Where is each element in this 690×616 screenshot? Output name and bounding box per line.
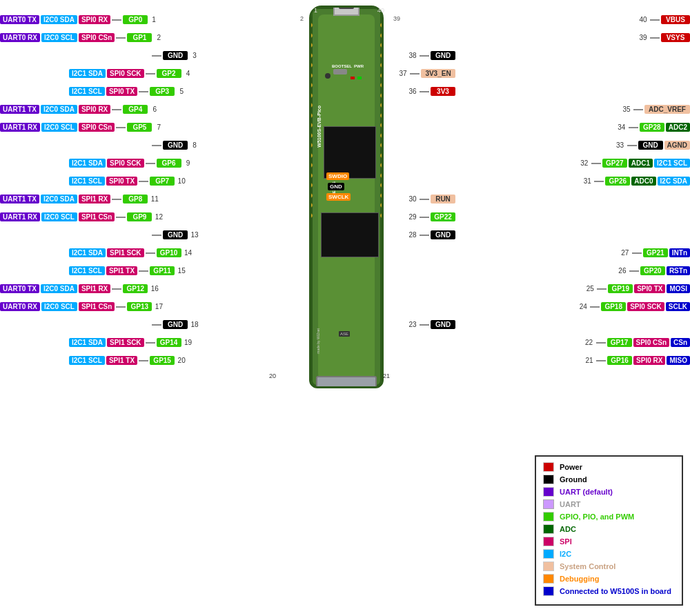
- pin21-miso: MISO: [667, 356, 690, 365]
- pin-row-11: UART1 TX I2C0 SDA SPI1 RX GP8 11: [0, 195, 160, 203]
- legend-item-power: Power: [543, 462, 675, 472]
- legend-item-adc: ADC: [543, 524, 675, 534]
- legend-item-debug: Debugging: [543, 574, 675, 584]
- pin12-i2c0scl: I2C0 SCL: [41, 212, 77, 221]
- pin26-gp20: GP20: [640, 266, 665, 275]
- pin-row-15: I2C1 SCL SPI1 TX GP11 15: [69, 266, 187, 275]
- pin14-i2c1sda: I2C1 SDA: [69, 248, 106, 257]
- legend-text-i2c: I2C: [560, 550, 571, 558]
- pin-row-24: SCLK SPI0 SCK GP18 24: [578, 302, 690, 311]
- legend-color-ground: [543, 475, 554, 484]
- legend-text-sysctrl: System Control: [560, 562, 615, 570]
- legend-text-gpio: GPIO, PIO, and PWM: [560, 513, 634, 521]
- main-chip: [324, 126, 376, 179]
- pin-row-35: ADC_VREF 35: [621, 105, 690, 114]
- pin-row-37: 37 3V3_EN: [397, 69, 455, 78]
- legend-color-gpio: [543, 512, 554, 521]
- swdio-label: SWDIO: [326, 172, 349, 180]
- pin10-gp7: GP7: [150, 177, 175, 186]
- pin5-gp3: GP3: [150, 87, 175, 96]
- pin25-gp19: GP19: [608, 284, 633, 293]
- pin17-uart0rx: UART0 RX: [0, 302, 40, 311]
- pin-row-17: UART0 RX I2C0 SCL SPI1 CSn GP13 17: [0, 302, 164, 311]
- pin-row-1: UART0 TX I2C0 SDA SPI0 RX GP0 1: [0, 15, 159, 24]
- pin4-gp2: GP2: [157, 69, 181, 78]
- pin-row-23: 23 GND: [407, 320, 455, 329]
- pin2-gp1: GP1: [127, 33, 152, 42]
- pin5-spi0tx: SPI0 TX: [106, 87, 137, 96]
- pin31-adc0: ADC0: [631, 177, 656, 186]
- pin18-gnd: GND: [163, 320, 188, 329]
- pin-row-34: ADC2 GP28 34: [616, 123, 690, 132]
- pin16-num: 16: [149, 285, 160, 292]
- pin33-num: 33: [615, 141, 626, 149]
- pin31-num: 31: [582, 177, 593, 185]
- pin39-vsys: VSYS: [661, 33, 690, 42]
- legend-text-w5100: Connected to W5100S in board: [560, 587, 671, 595]
- pin40-num: 40: [638, 16, 649, 23]
- pin35-num: 35: [621, 106, 632, 113]
- pin10-spi0tx: SPI0 TX: [106, 177, 137, 186]
- pin15-i2c1scl: I2C1 SCL: [69, 266, 105, 275]
- pin12-spi1csn: SPI1 CSn: [79, 212, 115, 221]
- pin7-i2c0scl: I2C0 SCL: [41, 123, 77, 132]
- pin22-gp17: GP17: [607, 338, 632, 347]
- secondary-chip: [321, 212, 379, 257]
- pin33-agnd: AGND: [664, 141, 690, 150]
- legend-text-uart-default: UART (default): [560, 488, 613, 496]
- pin18-num: 18: [189, 321, 200, 328]
- legend-color-i2c: [543, 549, 554, 559]
- pin36-3v3: 3V3: [431, 87, 455, 96]
- pin4-i2c1sda: I2C1 SDA: [69, 69, 106, 78]
- pin19-num: 19: [183, 339, 194, 346]
- pin14-spi1sck: SPI1 SCK: [107, 248, 144, 257]
- pin13-num: 13: [189, 231, 200, 239]
- pin29-num: 29: [407, 213, 418, 221]
- pin12-num: 12: [153, 213, 164, 221]
- legend-text-adc: ADC: [560, 525, 576, 533]
- pin31-gp26: GP26: [605, 177, 630, 186]
- legend-item-gpio: GPIO, PIO, and PWM: [543, 512, 675, 521]
- legend-item-i2c: I2C: [543, 549, 675, 559]
- pin8-num: 8: [189, 141, 200, 149]
- pin-row-18: GND 18: [152, 320, 200, 329]
- pin-row-36: 36 3V3: [407, 87, 455, 96]
- legend-color-uart: [543, 499, 554, 509]
- pin25-num: 25: [584, 285, 595, 292]
- pin-row-12: UART1 RX I2C0 SCL SPI1 CSn GP9 12: [0, 212, 164, 221]
- pin15-spi1tx: SPI1 TX: [106, 266, 137, 275]
- pin26-rstn: RSTn: [667, 266, 690, 275]
- pin-row-26: RSTn GP20 26: [617, 266, 690, 275]
- pin20-num: 20: [176, 357, 187, 364]
- pin10-num: 10: [176, 177, 187, 185]
- pin9-spi0sck: SPI0 SCK: [107, 159, 144, 168]
- pin39-num: 39: [638, 34, 649, 41]
- pin6-uart1tx: UART1 TX: [0, 105, 39, 114]
- legend-text-power: Power: [560, 463, 582, 471]
- pin23-num: 23: [407, 321, 418, 328]
- legend-text-ground: Ground: [560, 475, 587, 484]
- pin6-num: 6: [149, 106, 160, 113]
- pin27-intn: INTn: [669, 248, 690, 257]
- legend-item-uart-default: UART (default): [543, 487, 675, 497]
- pin5-i2c1scl: I2C1 SCL: [69, 87, 105, 96]
- pin19-gp14: GP14: [157, 338, 181, 347]
- legend-text-debug: Debugging: [560, 575, 599, 583]
- pin20-gp15: GP15: [150, 356, 175, 365]
- pin1-gp0: GP0: [123, 15, 148, 24]
- pin25-spi0tx: SPI0 TX: [634, 284, 665, 293]
- pin-row-10: I2C1 SCL SPI0 TX GP7 10: [69, 177, 187, 186]
- pin4-num: 4: [183, 70, 194, 77]
- pin17-gp13: GP13: [127, 302, 152, 311]
- pin-row-19: I2C1 SDA SPI1 SCK GP14 19: [69, 338, 194, 347]
- pin16-spi1rx: SPI1 RX: [79, 284, 110, 293]
- legend-color-power: [543, 462, 554, 472]
- pin5-num: 5: [176, 88, 187, 95]
- pin-row-30: 30 RUN: [407, 195, 455, 203]
- pin7-num: 7: [153, 123, 164, 131]
- pin-row-31: I2C SDA ADC0 GP26 31: [582, 177, 690, 186]
- pin36-num: 36: [407, 88, 418, 95]
- pin32-gp27: GP27: [602, 159, 627, 168]
- ethernet-connector: [316, 376, 377, 388]
- pin40-vbus: VBUS: [661, 15, 690, 24]
